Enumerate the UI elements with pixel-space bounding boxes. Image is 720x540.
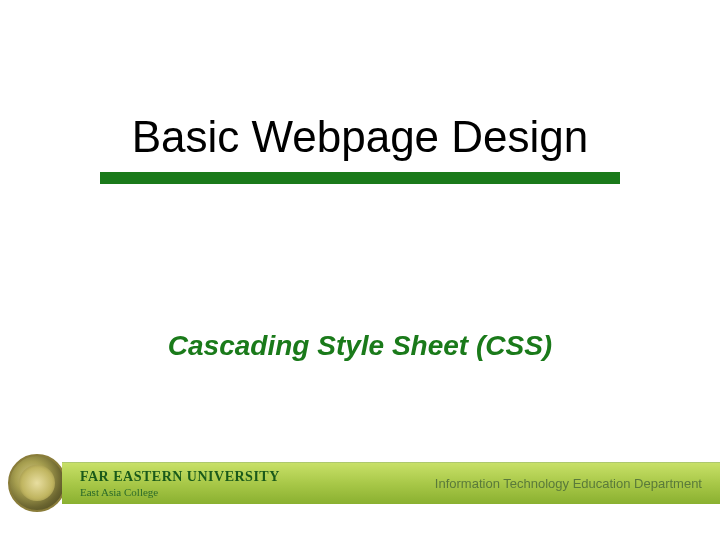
slide-title: Basic Webpage Design [100, 112, 620, 162]
university-seal-icon [8, 454, 66, 512]
department-name: Information Technology Education Departm… [435, 476, 702, 491]
footer-left: FAR EASTERN UNIVERSITY East Asia College [80, 469, 280, 497]
college-name: East Asia College [80, 486, 280, 498]
university-name: FAR EASTERN UNIVERSITY [80, 469, 280, 484]
slide-subtitle: Cascading Style Sheet (CSS) [100, 330, 620, 362]
seal-inner-icon [19, 465, 55, 501]
presentation-slide: Basic Webpage Design Cascading Style She… [0, 0, 720, 540]
title-underline [100, 172, 620, 184]
footer-bar: FAR EASTERN UNIVERSITY East Asia College… [62, 462, 720, 504]
